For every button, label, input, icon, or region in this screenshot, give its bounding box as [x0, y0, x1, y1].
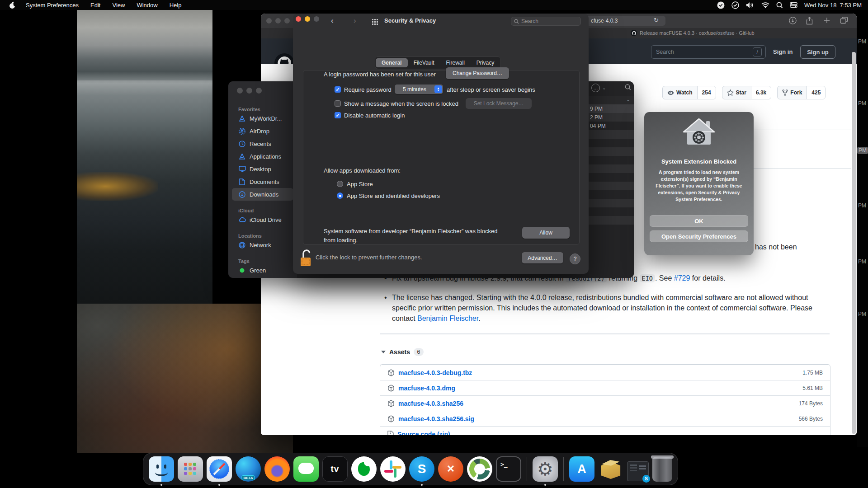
repo-action-button[interactable]: Star 6.3k: [722, 86, 772, 99]
terminal[interactable]: >_: [496, 456, 521, 482]
repo-action-button[interactable]: Watch 254: [662, 86, 716, 99]
file-row[interactable]: [589, 207, 634, 216]
share-icon[interactable]: [806, 17, 813, 27]
contact-link[interactable]: Benjamin Fleischer: [417, 314, 478, 322]
sidebar-item-documents[interactable]: Documents: [232, 175, 293, 188]
tab[interactable]: Privacy: [471, 58, 500, 67]
asset-link[interactable]: Source code (zip): [397, 431, 823, 436]
minimize-button[interactable]: [305, 16, 310, 22]
wifi-icon[interactable]: [761, 2, 769, 8]
skype[interactable]: S: [409, 456, 434, 482]
require-password-checkbox[interactable]: ✓: [335, 86, 341, 93]
asset-link[interactable]: macfuse-4.0.3.dmg: [398, 385, 802, 392]
asset-link[interactable]: macfuse-4.0.3-debug.tbz: [398, 369, 802, 376]
sidebar-item-desktop[interactable]: Desktop: [232, 163, 293, 175]
asset-row[interactable]: macfuse-4.0.3.sha256.sig 566 Bytes: [380, 411, 830, 426]
tab-overview-icon[interactable]: [840, 17, 848, 26]
search-icon[interactable]: [625, 84, 631, 92]
file-row[interactable]: [589, 190, 634, 199]
file-row[interactable]: [589, 130, 634, 139]
back-button[interactable]: ‹: [331, 16, 334, 25]
apple-tv[interactable]: tv: [322, 456, 348, 482]
system-preferences[interactable]: ⚙: [533, 456, 558, 482]
badge-check-icon[interactable]: [717, 1, 725, 9]
file-row[interactable]: 04 PM: [589, 122, 634, 130]
badge-check-outline-icon[interactable]: [731, 1, 739, 9]
asset-link[interactable]: macfuse-4.0.3.sha256: [398, 400, 799, 407]
action-count[interactable]: 6.3k: [751, 86, 771, 99]
file-row[interactable]: [589, 147, 634, 156]
file-row[interactable]: [589, 156, 634, 164]
asset-link[interactable]: macfuse-4.0.3.sha256.sig: [398, 415, 799, 422]
sidebar-item-green[interactable]: Green: [232, 264, 293, 277]
tab[interactable]: Firewall: [440, 58, 471, 67]
installer-package[interactable]: [598, 456, 623, 482]
reload-icon[interactable]: ↻: [654, 17, 659, 23]
file-row[interactable]: [589, 173, 634, 182]
downloads-icon[interactable]: [789, 17, 797, 26]
trash[interactable]: [652, 457, 672, 482]
close-button[interactable]: [266, 18, 272, 23]
open-security-preferences-button[interactable]: Open Security Preferences: [650, 230, 748, 242]
action-count[interactable]: 425: [807, 86, 825, 99]
assets-header[interactable]: Assets 6: [381, 348, 424, 356]
tab[interactable]: General: [376, 58, 408, 67]
file-row[interactable]: 9 PM: [589, 104, 634, 113]
change-password-button[interactable]: Change Password…: [446, 67, 509, 79]
unlocked-padlock-icon[interactable]: [299, 249, 313, 268]
slack[interactable]: [380, 456, 406, 482]
app-store-radio[interactable]: [337, 181, 343, 187]
scrollbar[interactable]: [852, 52, 856, 434]
asset-row[interactable]: macfuse-4.0.3.sha256 174 Bytes: [380, 395, 830, 411]
column-header[interactable]: ⌄: [589, 96, 634, 105]
asset-row[interactable]: Source code (zip): [380, 426, 830, 435]
launchpad[interactable]: [178, 456, 203, 482]
tab[interactable]: FileVault: [408, 58, 440, 67]
allow-button[interactable]: Allow: [522, 227, 570, 239]
new-tab-icon[interactable]: [823, 17, 830, 26]
menu-item[interactable]: Help: [170, 2, 182, 9]
help-button[interactable]: ?: [570, 253, 580, 264]
spotlight-icon[interactable]: [776, 2, 783, 9]
action-count[interactable]: 254: [697, 86, 716, 99]
cisco-anyconnect[interactable]: [467, 456, 492, 482]
file-row[interactable]: [589, 182, 634, 190]
show-message-checkbox[interactable]: [335, 100, 341, 107]
evernote[interactable]: [351, 456, 377, 482]
microsoft-remote-desktop[interactable]: ✕: [438, 456, 463, 482]
menu-item[interactable]: System Preferences: [26, 2, 79, 9]
sign-up-button[interactable]: Sign up: [800, 45, 835, 59]
sidebar-item-airdrop[interactable]: AirDrop: [232, 125, 293, 137]
issue-link[interactable]: #729: [674, 274, 690, 282]
menu-item[interactable]: View: [112, 2, 125, 9]
control-center-icon[interactable]: [790, 2, 797, 8]
interval-dropdown[interactable]: 5 minutes ▲▼: [395, 84, 443, 94]
zoom-button[interactable]: [284, 18, 290, 23]
sort-chevron-icon[interactable]: ⌄: [627, 97, 630, 102]
sign-in-link[interactable]: Sign in: [773, 48, 793, 55]
close-button[interactable]: [296, 16, 301, 22]
minimize-button[interactable]: [275, 18, 281, 23]
chevron-down-icon[interactable]: ⌄: [602, 85, 606, 90]
sidebar-item-downloads[interactable]: Downloads: [232, 188, 293, 201]
forward-button[interactable]: ›: [354, 16, 356, 25]
show-all-icon[interactable]: [372, 19, 378, 25]
asset-row[interactable]: macfuse-4.0.3-debug.tbz 1.75 MB: [380, 365, 830, 380]
menu-item[interactable]: Window: [137, 2, 157, 9]
prefs-search-input[interactable]: Search: [511, 17, 581, 26]
identified-developers-radio[interactable]: [337, 192, 343, 199]
volume-icon[interactable]: [746, 2, 755, 9]
repo-action-button[interactable]: Fork 425: [777, 86, 826, 99]
minimized-window[interactable]: S: [627, 461, 649, 481]
file-row[interactable]: [589, 164, 634, 173]
ok-button[interactable]: OK: [650, 215, 748, 227]
window-controls-inactive[interactable]: [237, 88, 262, 94]
file-row[interactable]: 2 PM: [589, 113, 634, 122]
microsoft-edge-beta[interactable]: BETA: [236, 456, 261, 482]
active-tab[interactable]: Release macFUSE 4.0.3 · osxfuse/osxfuse …: [631, 30, 755, 36]
app-store[interactable]: A: [569, 456, 594, 482]
messages[interactable]: [293, 456, 319, 482]
menu-item[interactable]: Edit: [90, 2, 100, 9]
file-row[interactable]: [589, 216, 634, 225]
sidebar-item-applications[interactable]: Applications: [232, 150, 293, 163]
